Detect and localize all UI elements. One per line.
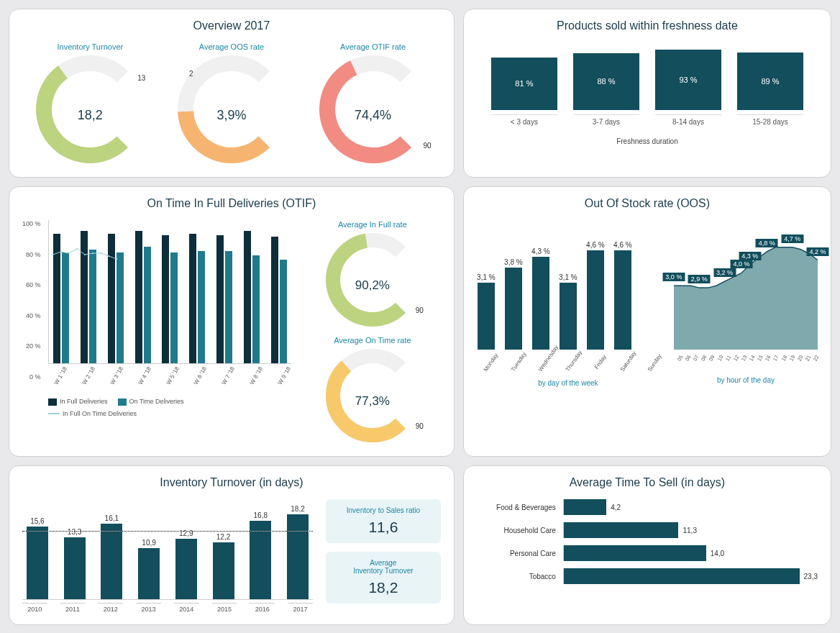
- otif-yaxis: 100 %80 %60 %40 %20 %0 %: [22, 220, 41, 381]
- bar-on-time: [170, 252, 178, 363]
- oos-day-bar: 3,1 %: [477, 273, 496, 350]
- legend-otif: In Full On Time Deliveries: [63, 410, 137, 417]
- kpi-box: Average Inventory Turnover 18,2: [326, 552, 441, 604]
- bar-value: 14,0: [711, 550, 724, 557]
- card-time-to-sell: Average Time To Sell (in days) Food & Be…: [463, 465, 831, 625]
- card-inventory: Inventory Turnover (in days) 15,6 13,3 1…: [9, 465, 455, 625]
- card-title-freshness: Products sold within freshness date: [477, 19, 818, 32]
- oos-hour-label: 3,0 %: [662, 273, 685, 281]
- oos-day-bar: 3,1 %: [559, 273, 578, 350]
- bar-in-full: [244, 231, 251, 363]
- bar-value: 11,3: [682, 527, 696, 534]
- bar-value: 13,3: [68, 528, 81, 536]
- bar-value: 4,3 %: [531, 247, 550, 255]
- otif-group: [242, 231, 261, 363]
- bar: [587, 250, 604, 350]
- oos-hour-label: 4,2 %: [806, 247, 828, 256]
- inventory-bar: 12,9: [174, 529, 198, 599]
- card-title-overview: Overview 2017: [22, 19, 441, 32]
- bar-on-time: [144, 247, 151, 363]
- inventory-bar: 16,1: [99, 514, 124, 599]
- gauge-value: 3,9%: [216, 108, 246, 123]
- oos-hour-labels: 3,0 %2,9 %3,2 %4,0 %4,3 %4,8 %4,7 %4,2 %: [674, 220, 818, 350]
- kpi-label: Average Inventory Turnover: [336, 559, 431, 575]
- inventory-bar: 12,2: [211, 533, 236, 599]
- kpi-value: 11,6: [336, 519, 431, 536]
- oos-day-bar: 4,6 %: [586, 241, 605, 350]
- bar-value: 3,1 %: [559, 273, 578, 281]
- tts-category: Household Care: [477, 527, 563, 534]
- gauge-value: 18,2: [78, 108, 103, 123]
- card-overview: Overview 2017 Inventory Turnover 18,2 13…: [9, 9, 455, 178]
- bar-value: 12,2: [216, 533, 230, 541]
- otif-group: [106, 234, 125, 363]
- freshness-bar: 88 % 3-7 days: [573, 53, 639, 126]
- tts-row: Personal Care 14,0: [477, 545, 818, 561]
- bar: [287, 514, 309, 599]
- bar: [27, 527, 48, 599]
- otif-group: [134, 231, 152, 363]
- oos-day-bar: 4,3 %: [531, 247, 550, 350]
- bar-value: 4,6 %: [613, 241, 632, 249]
- gauge-value: 74,4%: [355, 108, 391, 123]
- bar-on-time: [225, 251, 232, 363]
- bar-value: 3,8 %: [504, 258, 523, 266]
- bar-value: 16,1: [105, 514, 119, 522]
- tts-category: Tobacco: [477, 573, 563, 580]
- oos-hour-label: 4,0 %: [731, 260, 753, 268]
- oos-hour-label: 3,2 %: [713, 268, 736, 277]
- oos-day-bar: [641, 348, 659, 350]
- bar-value: 23,3: [804, 573, 818, 580]
- bar: 81 %: [491, 58, 557, 110]
- bar-category: 15-28 days: [737, 114, 803, 126]
- kpi-value: 18,2: [336, 579, 431, 596]
- bar: [532, 257, 549, 350]
- svg-point-3: [76, 248, 78, 250]
- gauge-average-oos-rate: Average OOS rate 3,9% 2: [178, 42, 286, 165]
- gauge-marker: 13: [137, 74, 145, 82]
- freshness-bar: 81 % < 3 days: [491, 58, 557, 126]
- bar: [138, 548, 160, 599]
- bar-in-full: [81, 231, 88, 363]
- bar: [564, 568, 800, 584]
- bar-in-full: [108, 234, 115, 363]
- tts-row: Household Care 11,3: [477, 522, 818, 538]
- gauge-marker: 90: [423, 142, 431, 150]
- bar-value: 18,2: [291, 505, 304, 513]
- bar-category: < 3 days: [491, 114, 557, 126]
- freshness-bar: 93 % 8-14 days: [655, 50, 721, 126]
- bar-on-time: [198, 251, 205, 363]
- card-title-tts: Average Time To Sell (in days): [477, 476, 818, 489]
- otif-xaxis: W 1 '18W 2 '18W 3 '18W 4 '18W 5 '18W 6 '…: [48, 367, 291, 381]
- bar-on-time: [89, 250, 96, 363]
- bar-value: 15,6: [30, 517, 44, 525]
- inventory-bar: 16,8: [248, 511, 273, 599]
- kpi-label: Inventory to Sales ratio: [336, 506, 431, 514]
- legend-on-time: On Time Deliveries: [129, 398, 184, 405]
- otif-group: [270, 237, 288, 363]
- oos-hour-label: 4,7 %: [781, 234, 803, 243]
- bar-in-full: [162, 235, 169, 363]
- oos-hour-label: 2,9 %: [688, 275, 711, 283]
- gauge-label: Average OTIF rate: [340, 42, 406, 51]
- tts-row: Tobacco 23,3: [477, 568, 818, 584]
- bar: [101, 524, 122, 599]
- bar-value: 4,2: [611, 504, 621, 511]
- gauge-inventory-turnover: Inventory Turnover 18,2 13: [36, 42, 144, 165]
- oos-hour-label: 4,8 %: [756, 239, 778, 247]
- otif-bars: [48, 220, 291, 364]
- inventory-bar: 15,6: [25, 517, 50, 599]
- bar: [614, 250, 631, 350]
- gauge-average-otif-rate: Average OTIF rate 74,4% 90: [319, 42, 427, 165]
- bar: [560, 283, 577, 350]
- bar-value: 10,9: [142, 539, 155, 547]
- card-title-otif: On Time In Full Deliveries (OTIF): [22, 197, 441, 210]
- bar: [564, 545, 706, 561]
- bar: [250, 521, 271, 599]
- otif-group: [188, 234, 206, 363]
- oos-hour-cats: 050607080910111213141516171819202122: [674, 352, 818, 362]
- bar-value: 16,8: [254, 511, 268, 519]
- tts-category: Personal Care: [477, 550, 563, 557]
- gauge-average-on-time-rate: Average On Time rate 77,3% 90: [304, 336, 441, 445]
- bar: 93 %: [655, 50, 721, 110]
